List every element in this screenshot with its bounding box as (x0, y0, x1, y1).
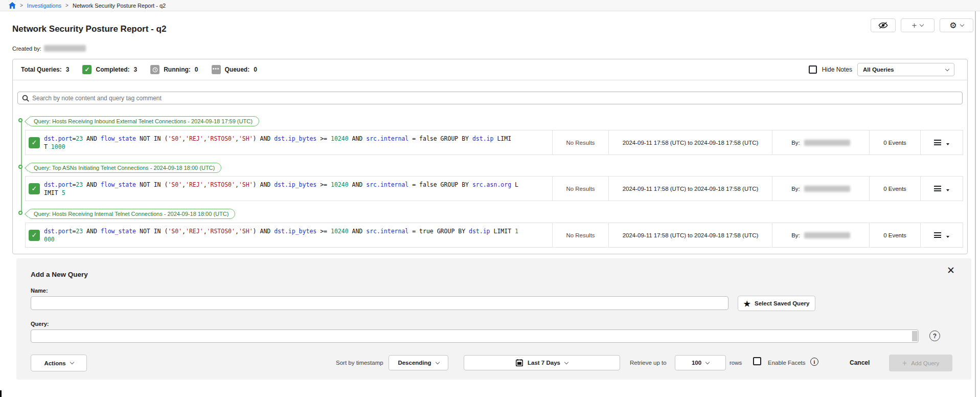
query-input-scrollbar[interactable] (912, 331, 918, 341)
query-tag[interactable]: Query: Hosts Receiving Inbound External … (27, 116, 259, 126)
caret-down-icon (946, 236, 949, 238)
check-icon: ✓ (82, 65, 92, 74)
date-range-button[interactable]: Last 7 Days (464, 355, 620, 370)
timerange-cell: 2024-09-11 17:58 (UTC) to 2024-09-18 17:… (608, 223, 772, 247)
timerange-cell: 2024-09-11 17:58 (UTC) to 2024-09-18 17:… (608, 177, 772, 201)
query-tag[interactable]: Query: Hosts Receiving Internal Telnet C… (27, 209, 235, 219)
author-label: By: (791, 186, 800, 192)
created-by: Created by: (12, 45, 86, 52)
events-cell: 0 Events (869, 130, 920, 155)
breadcrumb-link-investigations[interactable]: Investigations (27, 3, 61, 9)
hide-notes-checkbox[interactable] (809, 65, 817, 74)
add-query-button[interactable]: + Add Query (889, 355, 952, 371)
app-window: > Investigations > Network Security Post… (0, 0, 980, 397)
query-input[interactable] (31, 330, 908, 342)
calendar-icon (516, 359, 523, 366)
caret-down-icon (946, 189, 949, 191)
query-tag[interactable]: Query: Top ASNs Initiating Telnet Connec… (27, 163, 221, 173)
chevron-down-icon (705, 360, 710, 364)
query-text-line: dst.port=23 AND flow_state NOT IN ('S0',… (44, 227, 552, 235)
add-menu-button[interactable]: + (901, 18, 935, 32)
stats-right-controls: Hide Notes All Queries (809, 63, 954, 76)
stat-total-queries: Total Queries:3 (21, 66, 69, 73)
page-title: Network Security Posture Report - q2 (12, 24, 166, 34)
sort-direction-select[interactable]: Descending (389, 355, 448, 370)
row-limit-select[interactable]: 100 (675, 355, 726, 370)
query-text: dst.port=23 AND flow_state NOT IN ('S0',… (44, 177, 552, 201)
gear-icon: ⚙ (949, 21, 956, 30)
header-actions: + ⚙ (871, 18, 973, 32)
eye-off-icon (878, 21, 888, 29)
select-saved-query-button[interactable]: ★ Select Saved Query (738, 296, 815, 311)
author-cell: By: (772, 130, 869, 155)
created-by-label: Created by: (12, 46, 41, 52)
chevron-down-icon (70, 360, 74, 364)
enable-facets-label: Enable Facets (768, 360, 806, 366)
hide-notes-label: Hide Notes (822, 66, 852, 73)
chevron-down-icon (960, 23, 964, 27)
row-menu-button[interactable] (920, 177, 963, 201)
breadcrumb: > Investigations > Network Security Post… (0, 0, 980, 11)
breadcrumb-separator: > (20, 3, 23, 8)
author-redacted-value (804, 232, 850, 238)
sort-by-timestamp-label: Sort by timestamp (336, 360, 383, 366)
menu-icon (934, 186, 941, 191)
query-status-check[interactable]: ✓ (29, 183, 40, 194)
row-menu-button[interactable] (920, 223, 963, 247)
caret-down-icon (946, 143, 949, 145)
star-icon: ★ (744, 300, 750, 307)
timeline-node (18, 211, 22, 215)
settings-menu-button[interactable]: ⚙ (940, 18, 973, 32)
query-row: ✓dst.port=23 AND flow_state NOT IN ('S0'… (25, 223, 963, 248)
chevron-down-icon (435, 360, 439, 364)
result-cell: No Results (552, 177, 608, 201)
row-menu-button[interactable] (920, 130, 963, 155)
timeline-node (18, 118, 22, 122)
stat-completed: ✓ Completed:3 (82, 65, 137, 74)
query-status-check[interactable]: ✓ (29, 137, 40, 148)
query-text-line: T 1000 (44, 143, 552, 151)
author-cell: By: (772, 223, 869, 247)
events-cell: 0 Events (869, 177, 920, 201)
timerange-cell: 2024-09-11 17:58 (UTC) to 2024-09-18 17:… (608, 130, 772, 155)
query-filter-select[interactable]: All Queries (857, 63, 954, 76)
created-by-redacted-value (44, 45, 86, 52)
plus-icon: + (912, 21, 917, 30)
page-scrollbar[interactable] (975, 11, 976, 397)
enable-facets-checkbox[interactable] (753, 357, 761, 365)
investigation-queries-card: Total Queries:3 ✓ Completed:3 Running:0 … (12, 59, 968, 254)
hide-visibility-button[interactable] (871, 18, 896, 32)
chevron-down-icon (564, 360, 568, 364)
breadcrumb-current-page: Network Security Posture Report - q2 (73, 3, 166, 9)
note-search (17, 92, 963, 104)
name-label: Name: (31, 288, 48, 294)
query-input-wrap (31, 329, 919, 343)
events-cell: 0 Events (869, 223, 920, 247)
query-row: ✓dst.port=23 AND flow_state NOT IN ('S0'… (25, 130, 963, 155)
menu-icon (934, 140, 941, 145)
query-name-input[interactable] (31, 296, 728, 310)
plus-icon: + (902, 359, 907, 367)
author-redacted-value (804, 186, 850, 192)
search-input[interactable] (32, 95, 958, 102)
help-icon[interactable]: ? (929, 330, 940, 341)
ellipsis-icon: ••• (212, 65, 221, 74)
query-status-check[interactable]: ✓ (29, 230, 40, 241)
stat-running: Running:0 (150, 65, 198, 74)
add-query-panel: Add a New Query ✕ Name: ★ Select Saved Q… (16, 258, 971, 380)
search-icon (22, 95, 29, 102)
clock-icon (150, 65, 159, 74)
cancel-button[interactable]: Cancel (850, 359, 870, 366)
author-label: By: (791, 232, 800, 238)
query-label: Query: (31, 321, 49, 327)
close-icon[interactable]: ✕ (947, 264, 955, 276)
timeline-node (18, 165, 22, 169)
info-icon[interactable]: i (810, 358, 818, 366)
author-redacted-value (804, 140, 850, 146)
home-icon[interactable] (9, 2, 16, 9)
result-cell: No Results (552, 130, 608, 155)
query-text-line: IMIT 5 (44, 189, 552, 197)
stats-divider (13, 80, 967, 80)
actions-dropdown-button[interactable]: Actions (31, 355, 87, 371)
query-text: dst.port=23 AND flow_state NOT IN ('S0',… (44, 130, 552, 155)
